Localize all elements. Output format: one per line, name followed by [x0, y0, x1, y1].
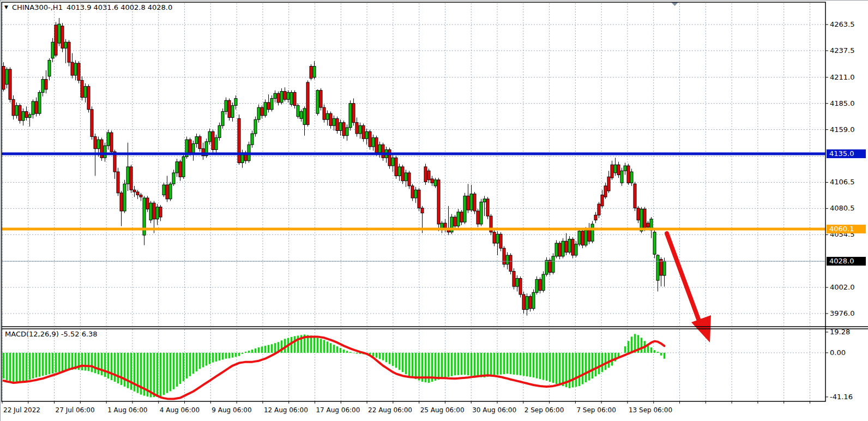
candles-layer	[2, 18, 666, 316]
candlestick-chart[interactable]	[1, 1, 868, 421]
candle	[339, 123, 342, 131]
price-axis-label: 3976.0	[830, 309, 855, 317]
time-axis-label: 27 Jul 06:00	[56, 406, 95, 414]
candle	[617, 165, 620, 175]
candle	[653, 232, 656, 255]
candle	[254, 119, 257, 134]
macd-axis-label: 19.28	[830, 328, 850, 336]
candle	[545, 260, 548, 274]
candle	[509, 255, 512, 271]
current-price-tag: 4028.0	[827, 257, 866, 266]
orange-line-price-tag: 4060.1	[827, 225, 866, 233]
candle	[467, 196, 469, 210]
candle	[355, 123, 358, 134]
candle	[133, 190, 136, 192]
chart-shift-marker[interactable]	[671, 2, 678, 6]
candle	[493, 232, 496, 243]
candle	[395, 158, 397, 176]
candle	[372, 137, 375, 147]
macd-axis-label: -41.16	[830, 393, 853, 401]
candle	[568, 239, 571, 252]
candle	[336, 118, 339, 130]
candle	[9, 69, 11, 99]
candle	[192, 143, 195, 153]
candle	[470, 194, 473, 210]
candle	[388, 150, 391, 166]
candle	[61, 26, 64, 49]
candle	[310, 67, 312, 79]
candle	[444, 223, 447, 228]
candle	[365, 131, 368, 139]
candle	[326, 113, 329, 119]
price-axis-label: 4002.0	[830, 283, 855, 291]
candle	[117, 172, 119, 193]
symbol-dropdown-icon[interactable]: ▼	[4, 4, 8, 11]
candle	[362, 125, 365, 139]
candle	[123, 184, 126, 211]
candle	[162, 185, 165, 195]
candle	[408, 173, 411, 186]
candle	[457, 212, 460, 226]
candle	[352, 104, 355, 123]
candle	[228, 100, 231, 117]
candle	[48, 60, 51, 76]
candle	[300, 111, 303, 118]
candle	[591, 224, 594, 241]
candle	[382, 145, 384, 158]
candle	[153, 203, 155, 219]
candle	[526, 297, 528, 310]
candle	[660, 259, 662, 275]
candle	[64, 42, 67, 48]
macd-layer	[4, 334, 665, 399]
time-axis-label: 22 Jul 2022	[3, 406, 40, 414]
time-axis-label: 7 Sep 06:00	[576, 406, 616, 414]
candle	[215, 137, 218, 149]
candle	[588, 230, 590, 241]
candle	[594, 215, 597, 220]
candle	[539, 279, 541, 290]
candle	[45, 79, 47, 89]
candle	[463, 196, 466, 222]
price-axis-label: 4159.0	[830, 125, 855, 134]
candle	[584, 230, 587, 245]
time-axis-label: 13 Sep 06:00	[629, 406, 672, 414]
time-axis-label: 12 Aug 06:00	[264, 406, 308, 414]
candle	[535, 279, 538, 292]
candle	[503, 248, 505, 264]
candle	[97, 140, 100, 149]
candle	[405, 173, 407, 181]
candle	[231, 105, 234, 117]
candle	[166, 185, 168, 199]
candle	[68, 42, 70, 62]
trend-arrow[interactable]	[667, 233, 699, 321]
candle	[555, 243, 558, 256]
candle	[274, 93, 276, 98]
candle	[575, 244, 577, 255]
candle	[506, 255, 509, 264]
time-axis-label: 25 Aug 06:00	[420, 406, 465, 414]
candle	[84, 86, 87, 97]
candle	[35, 101, 38, 113]
candle	[562, 241, 564, 256]
candle	[378, 145, 381, 153]
trading-chart-window: ▼ CHINA300-,H1 4013.9 4031.6 4002.8 4028…	[0, 0, 868, 421]
symbol-label: CHINA300-,H1	[12, 3, 63, 11]
candle	[486, 199, 489, 216]
candle	[221, 111, 224, 125]
candle	[418, 190, 420, 208]
price-axis-label: 4106.5	[830, 178, 855, 186]
candle	[369, 131, 371, 147]
candle	[320, 91, 322, 107]
candle	[140, 195, 142, 197]
candle	[19, 105, 21, 121]
candle	[120, 193, 123, 211]
time-axis-label: 22 Aug 06:00	[368, 406, 412, 414]
candle	[647, 223, 649, 227]
candle	[627, 166, 630, 183]
candle	[401, 167, 404, 181]
candle	[146, 198, 149, 209]
candle	[656, 255, 659, 280]
candle	[558, 243, 561, 256]
candle	[126, 167, 129, 184]
candle	[565, 241, 568, 252]
